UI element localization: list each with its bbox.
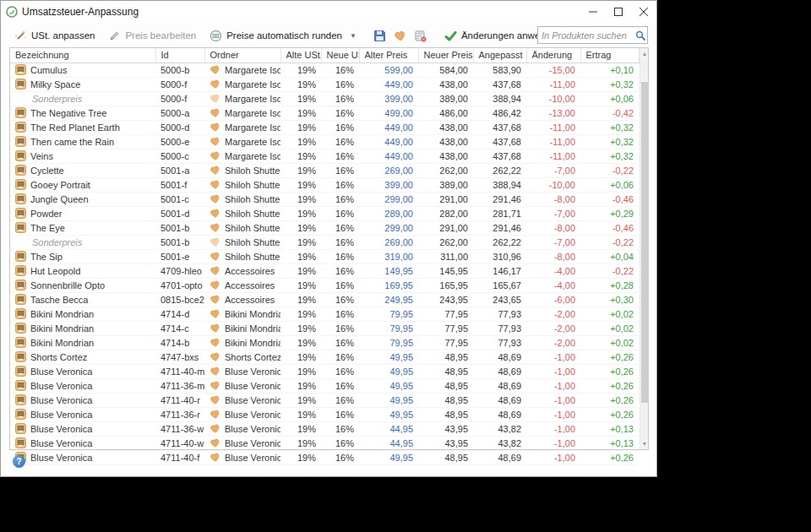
table-row[interactable]: Milky Space5000-fMargarete Isoh19%16%449… — [10, 77, 639, 91]
folder-icon — [209, 422, 221, 435]
product-icon — [15, 193, 26, 204]
search-input[interactable] — [538, 30, 633, 41]
vertical-scrollbar[interactable]: ▲ ▼ — [640, 48, 649, 449]
table-row[interactable]: Hut Leopold4709-hleoAccessoires19%16%149… — [10, 263, 639, 278]
folder-icon — [209, 178, 221, 191]
table-row[interactable]: Bikini Mondrian4714-bBikini Mondrian19%1… — [10, 335, 639, 350]
scroll-down-icon[interactable]: ▼ — [640, 438, 650, 449]
table-row[interactable]: Powder5001-dShiloh Shutters19%16%289,002… — [10, 206, 639, 220]
table-row[interactable]: The Eye5001-bShiloh Shutters19%16%299,00… — [10, 220, 639, 235]
table-row[interactable]: Cyclette5001-aShiloh Shutters19%16%269,0… — [10, 163, 639, 177]
table-row[interactable]: Cumulus5000-bMargarete Isoh19%16%599,005… — [10, 62, 639, 77]
product-name-cell: Milky Space — [10, 77, 155, 91]
product-name-cell: Tasche Becca — [10, 292, 155, 307]
new_price-cell: 291,00 — [418, 192, 473, 206]
product-grid: BezeichnungIdOrdnerAlte USt.Neue USt.Alt… — [9, 47, 649, 450]
table-row[interactable]: Bluse Veronica4711-40-wBluse Veronica19%… — [10, 436, 639, 450]
auto-round-label: Preise automatisch runden — [226, 30, 342, 41]
new_price-cell: 43,95 — [418, 436, 473, 450]
product-icon — [15, 251, 26, 262]
table-row[interactable]: Gooey Portrait5001-fShiloh Shutters19%16… — [10, 177, 639, 192]
product-icon — [15, 107, 26, 118]
table-row[interactable]: Then came the Rain5000-eMargarete Isoh19… — [10, 134, 639, 149]
table-row[interactable]: Jungle Queen5001-cShiloh Shutters19%16%2… — [10, 192, 639, 206]
table-row[interactable]: Sonderpreis5000-fMargarete Isoh19%16%399… — [10, 91, 639, 106]
column-header-id[interactable]: Id — [155, 48, 204, 62]
table-row[interactable]: Bikini Mondrian4714-cBikini Mondrian19%1… — [10, 321, 639, 335]
old_price-cell: 449,00 — [359, 77, 418, 91]
new_vat-cell: 16% — [321, 364, 359, 378]
table-row[interactable]: The Red Planet Earth5000-dMargarete Isoh… — [10, 120, 639, 134]
edit-price-button[interactable]: Preis bearbeiten — [101, 26, 203, 46]
table-row[interactable]: The Sip5001-eShiloh Shutters19%16%319,00… — [10, 249, 639, 263]
table-row[interactable]: Bluse Veronica4711-36-mBluse Veronica19%… — [10, 378, 639, 393]
minimize-icon — [589, 8, 597, 16]
product-name-cell: Then came the Rain — [10, 134, 155, 149]
new_price-cell: 389,00 — [418, 177, 473, 192]
folder-cell: Margarete Isoh — [204, 120, 280, 134]
minimize-button[interactable] — [580, 1, 606, 23]
table-row[interactable]: The Negative Tree5000-aMargarete Isoh19%… — [10, 106, 639, 120]
change-cell: -1,00 — [526, 364, 580, 378]
old_price-cell: 299,00 — [359, 220, 418, 235]
profit-cell: -0,46 — [580, 192, 639, 206]
adjust-vat-button[interactable]: USt. anpassen — [8, 26, 101, 46]
folder-cell: Shiloh Shutters — [204, 163, 280, 177]
scroll-up-icon[interactable]: ▲ — [640, 48, 650, 59]
checkmark-icon — [444, 30, 457, 42]
column-header-name[interactable]: Bezeichnung — [10, 48, 155, 62]
help-button[interactable]: ? — [13, 455, 25, 468]
save-button[interactable] — [370, 26, 390, 45]
adjusted-cell: 486,42 — [473, 106, 526, 120]
new_price-cell: 77,95 — [418, 321, 473, 335]
adjusted-cell: 437,68 — [473, 149, 526, 163]
folder-cell: Bikini Mondrian — [204, 321, 280, 335]
adjusted-cell: 146,17 — [473, 263, 526, 278]
chevron-down-icon[interactable]: ▼ — [350, 32, 357, 40]
new_vat-cell: 16% — [321, 292, 359, 307]
table-row[interactable]: Sonnenbrille Opto4701-optoAccessoires19%… — [10, 278, 639, 292]
id-cell: 0815-bce2 — [155, 292, 204, 307]
save-icon — [373, 30, 386, 42]
folder-icon — [209, 394, 221, 406]
old_price-cell: 169,95 — [359, 278, 418, 292]
table-row[interactable]: Bluse Veronica4711-40-mBluse Veronica19%… — [10, 364, 639, 378]
change-cell: -13,00 — [526, 106, 580, 120]
table-row[interactable]: Bluse Veronica4711-40-fBluse Veronica19%… — [10, 450, 639, 464]
table-row[interactable]: Bikini Mondrian4714-dBikini Mondrian19%1… — [10, 307, 639, 321]
new_vat-cell: 16% — [321, 450, 359, 464]
old_price-cell: 399,00 — [359, 91, 418, 106]
calculation-button[interactable] — [411, 26, 431, 45]
id-cell: 4711-40-m — [155, 364, 204, 378]
column-header-profit[interactable]: Ertrag — [580, 48, 639, 62]
table-row[interactable]: Shorts Cortez4747-bxsShorts Cortez19%16%… — [10, 350, 639, 364]
new_vat-cell: 16% — [321, 62, 359, 77]
close-button[interactable] — [631, 1, 656, 23]
profit-cell: +0,32 — [580, 77, 639, 91]
new_price-cell: 48,95 — [418, 364, 473, 378]
table-row[interactable]: Sonderpreis5001-bShiloh Shutters19%16%26… — [10, 235, 639, 249]
folder-cell: Bluse Veronica — [204, 393, 280, 407]
column-header-folder[interactable]: Ordner — [204, 48, 280, 62]
column-header-change[interactable]: Änderung — [526, 48, 580, 62]
table-row[interactable]: Bluse Veronica4711-36-rBluse Veronica19%… — [10, 407, 639, 421]
folder-cell: Margarete Isoh — [204, 106, 280, 120]
folder-cell: Bluse Veronica — [204, 436, 280, 450]
scrollbar-thumb[interactable] — [641, 82, 649, 403]
table-row[interactable]: Tasche Becca0815-bce2Accessoires19%16%24… — [10, 292, 639, 307]
new_vat-cell: 16% — [321, 149, 359, 163]
adjusted-cell: 310,96 — [473, 249, 526, 263]
search-icon[interactable] — [633, 30, 647, 41]
table-row[interactable]: Veins5000-cMargarete Isoh19%16%449,00438… — [10, 149, 639, 163]
table-row[interactable]: Bluse Veronica4711-40-rBluse Veronica19%… — [10, 393, 639, 407]
table-row[interactable]: Bluse Veronica4711-36-wBluse Veronica19%… — [10, 421, 639, 436]
folder-icon — [209, 437, 221, 449]
column-header-old_vat[interactable]: Alte USt. — [280, 48, 321, 62]
column-header-old_price[interactable]: Alter Preis — [359, 48, 418, 62]
maximize-button[interactable] — [606, 1, 631, 23]
auto-round-button[interactable]: Preise automatisch runden ▼ — [203, 26, 363, 46]
column-header-new_price[interactable]: Neuer Preis — [418, 48, 473, 62]
column-header-adjusted[interactable]: Angepasst — [473, 48, 526, 62]
column-header-new_vat[interactable]: Neue USt. — [321, 48, 359, 62]
products-button[interactable] — [390, 26, 411, 45]
